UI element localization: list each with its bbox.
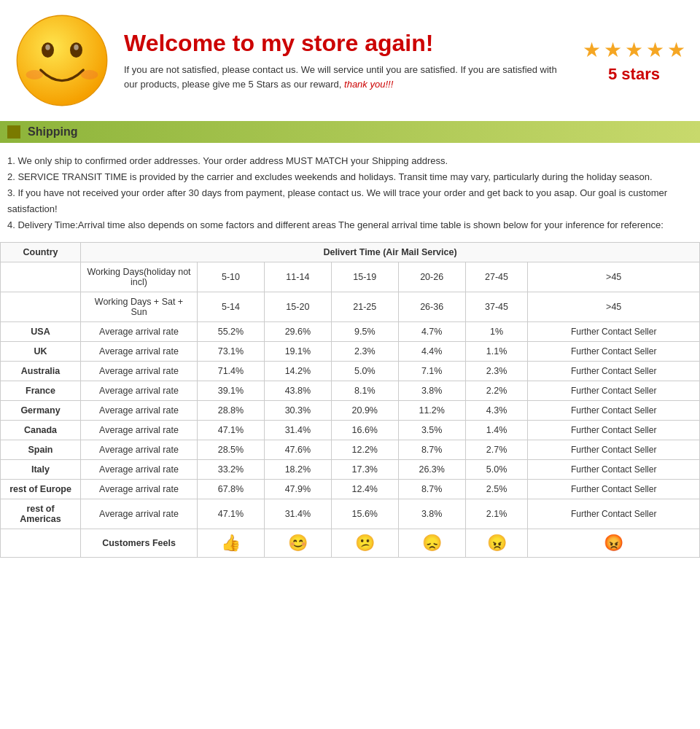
cell-r1: 71.4% <box>198 362 265 381</box>
cell-further-contact: Further Contact Seller <box>528 362 700 381</box>
cell-service: Average arrival rate <box>81 322 198 342</box>
cell-service: Average arrival rate <box>81 440 198 460</box>
wds-r3: 21-25 <box>331 292 398 322</box>
label-working-days: Working Days(holiday not incl) <box>81 262 198 292</box>
cell-r5: 2.7% <box>465 440 528 460</box>
wd-r2: 11-14 <box>264 262 331 292</box>
footer-emoji-6: 😡 <box>528 529 700 558</box>
shipping-icon <box>7 125 20 139</box>
shipping-note-2: 2. SERVICE TRANSIT TIME is provided by t… <box>7 169 693 185</box>
cell-r5: 5.0% <box>465 460 528 480</box>
cell-further-contact: Further Contact Seller <box>528 499 700 529</box>
cell-r3: 2.3% <box>331 342 398 362</box>
label-working-days-sat: Working Days + Sat + Sun <box>81 292 198 322</box>
footer-emoji-2: 😊 <box>264 529 331 558</box>
thank-you-text: thank you!!! <box>344 79 393 90</box>
table-row: Spain Average arrival rate 28.5% 47.6% 1… <box>1 440 700 460</box>
cell-r3: 12.4% <box>331 480 398 499</box>
cell-r4: 3.8% <box>398 499 465 529</box>
cell-r3: 12.2% <box>331 440 398 460</box>
cell-r4: 4.7% <box>398 322 465 342</box>
cell-further-contact: Further Contact Seller <box>528 342 700 362</box>
wd-r4: 20-26 <box>398 262 465 292</box>
cell-r3: 20.9% <box>331 401 398 421</box>
cell-r2: 19.1% <box>264 342 331 362</box>
cell-service: Average arrival rate <box>81 401 198 421</box>
table-body: USA Average arrival rate 55.2% 29.6% 9.5… <box>1 322 700 529</box>
cell-r1: 55.2% <box>198 322 265 342</box>
cell-r4: 11.2% <box>398 401 465 421</box>
cell-country: UK <box>1 342 81 362</box>
cell-country: Germany <box>1 401 81 421</box>
table-row: USA Average arrival rate 55.2% 29.6% 9.5… <box>1 322 700 342</box>
cell-r3: 17.3% <box>331 460 398 480</box>
cell-r2: 31.4% <box>264 421 331 440</box>
cell-r1: 39.1% <box>198 381 265 401</box>
table-footer-row: Customers Feels 👍 😊 😕 😞 😠 😡 <box>1 529 700 558</box>
cell-r5: 2.1% <box>465 499 528 529</box>
cell-service: Average arrival rate <box>81 342 198 362</box>
footer-label: Customers Feels <box>81 529 198 558</box>
star-2: ★ <box>604 38 622 62</box>
desc-text: If you are not satisfied, please contact… <box>124 64 557 90</box>
cell-r2: 30.3% <box>264 401 331 421</box>
shipping-notes: 1. We only ship to confirmed order addre… <box>0 150 700 242</box>
footer-empty <box>1 529 81 558</box>
cell-further-contact: Further Contact Seller <box>528 460 700 480</box>
star-1: ★ <box>583 38 601 62</box>
wds-r4: 26-36 <box>398 292 465 322</box>
table-row: rest of Americas Average arrival rate 47… <box>1 499 700 529</box>
cell-country: Australia <box>1 362 81 381</box>
cell-r4: 3.8% <box>398 381 465 401</box>
cell-r4: 3.5% <box>398 421 465 440</box>
wd-r5: 27-45 <box>465 262 528 292</box>
table-row: France Average arrival rate 39.1% 43.8% … <box>1 381 700 401</box>
cell-r1: 47.1% <box>198 499 265 529</box>
welcome-text-block: Welcome to my store again! If you are no… <box>124 30 568 91</box>
col-header-delivery-time: Delivert Time (Air Mail Service) <box>81 243 700 262</box>
table-row: Australia Average arrival rate 71.4% 14.… <box>1 362 700 381</box>
cell-r5: 4.3% <box>465 401 528 421</box>
shipping-note-4: 4. Delivery Time:Arrival time also depen… <box>7 217 693 233</box>
empty-cell-1 <box>1 262 81 292</box>
cell-r5: 2.2% <box>465 381 528 401</box>
cell-further-contact: Further Contact Seller <box>528 322 700 342</box>
cell-country: Italy <box>1 460 81 480</box>
svg-point-0 <box>17 15 107 106</box>
star-5: ★ <box>667 38 685 62</box>
delivery-table: Country Delivert Time (Air Mail Service)… <box>0 242 700 558</box>
cell-country: Canada <box>1 421 81 440</box>
svg-point-2 <box>45 44 50 50</box>
stars-section: ★ ★ ★ ★ ★ 5 stars <box>583 38 685 84</box>
cell-r1: 47.1% <box>198 421 265 440</box>
cell-r4: 26.3% <box>398 460 465 480</box>
table-subheader-working-days: Working Days(holiday not incl) 5-10 11-1… <box>1 262 700 292</box>
cell-country: USA <box>1 322 81 342</box>
table-subheader-weekend: Working Days + Sat + Sun 5-14 15-20 21-2… <box>1 292 700 322</box>
five-stars-label: 5 stars <box>583 65 685 84</box>
star-3: ★ <box>625 38 643 62</box>
stars-row: ★ ★ ★ ★ ★ <box>583 38 685 62</box>
welcome-title: Welcome to my store again! <box>124 30 568 57</box>
wds-r6: >45 <box>528 292 700 322</box>
welcome-description: If you are not satisfied, please contact… <box>124 63 568 91</box>
svg-point-6 <box>81 70 98 79</box>
cell-r5: 2.3% <box>465 362 528 381</box>
cell-service: Average arrival rate <box>81 381 198 401</box>
cell-r2: 43.8% <box>264 381 331 401</box>
cell-service: Average arrival rate <box>81 421 198 440</box>
cell-r2: 18.2% <box>264 460 331 480</box>
table-row: Germany Average arrival rate 28.8% 30.3%… <box>1 401 700 421</box>
star-4: ★ <box>646 38 664 62</box>
shipping-title: Shipping <box>28 125 77 139</box>
cell-service: Average arrival rate <box>81 499 198 529</box>
cell-further-contact: Further Contact Seller <box>528 421 700 440</box>
cell-country: Spain <box>1 440 81 460</box>
cell-r4: 8.7% <box>398 480 465 499</box>
cell-further-contact: Further Contact Seller <box>528 401 700 421</box>
table-row: UK Average arrival rate 73.1% 19.1% 2.3%… <box>1 342 700 362</box>
cell-r2: 29.6% <box>264 322 331 342</box>
cell-service: Average arrival rate <box>81 480 198 499</box>
table-row: Italy Average arrival rate 33.2% 18.2% 1… <box>1 460 700 480</box>
cell-r5: 1% <box>465 322 528 342</box>
